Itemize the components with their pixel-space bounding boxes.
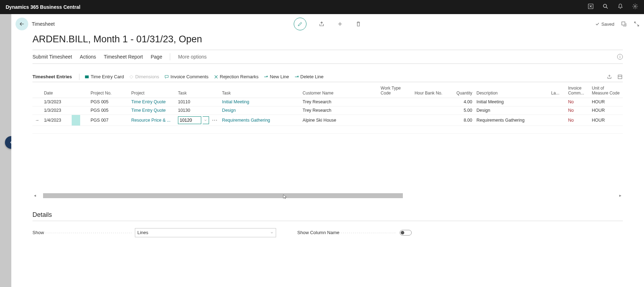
col-la[interactable]: La... <box>549 82 566 98</box>
section-label: Timesheet Entries <box>32 74 72 79</box>
show-select[interactable]: Lines <box>135 228 276 237</box>
new-icon[interactable] <box>337 21 343 27</box>
col-work-type[interactable]: Work Type Code <box>378 82 412 98</box>
collapse-icon[interactable] <box>633 21 640 27</box>
scroll-left-icon[interactable]: ◄ <box>32 193 37 198</box>
cell-project[interactable]: Time Entry Quote <box>129 106 176 115</box>
label: Invoice Comments <box>171 74 209 79</box>
show-column-name-field: Show Column Name <box>297 230 412 236</box>
excel-icon[interactable] <box>588 3 594 11</box>
menu-actions[interactable]: Actions <box>80 54 96 60</box>
menu-more-options[interactable]: More options <box>178 54 207 60</box>
table-row-active[interactable]: → 1/4/2023 PGS 007 Resource Price & ... … <box>32 115 623 126</box>
invoice-comments-button[interactable]: Invoice Comments <box>164 74 209 79</box>
table-row[interactable]: 1/3/2023 PGS 005 Time Entry Quote 10130 … <box>32 106 623 115</box>
info-icon[interactable]: i <box>617 54 623 60</box>
cell-inv[interactable]: No <box>566 98 590 106</box>
cell-project[interactable]: Resource Price & ... <box>129 115 176 126</box>
expand-grid-icon[interactable] <box>617 74 623 80</box>
gear-icon[interactable] <box>632 3 638 11</box>
cell-project-no[interactable]: PGS 005 <box>89 106 129 115</box>
horizontal-scrollbar[interactable]: ◄ ► <box>32 193 623 199</box>
app-title: Dynamics 365 Business Central <box>6 4 80 10</box>
share-icon[interactable] <box>318 21 325 27</box>
cell-project-no[interactable]: PGS 005 <box>89 98 129 106</box>
menu-page[interactable]: Page <box>151 54 162 60</box>
col-hour-bank[interactable]: Hour Bank No. <box>412 82 448 98</box>
col-description[interactable]: Description <box>475 82 549 98</box>
cell-uom[interactable]: HOUR <box>590 98 623 106</box>
bell-icon[interactable] <box>617 3 624 11</box>
cell-qty[interactable]: 8.00 <box>448 115 474 126</box>
delete-icon[interactable] <box>355 21 362 27</box>
cell-uom[interactable]: HOUR <box>590 106 623 115</box>
cell-desc[interactable]: Initial Meeting <box>475 98 549 106</box>
cell-desc[interactable]: Requirements Gathering <box>475 115 549 126</box>
scroll-thumb[interactable] <box>43 193 403 198</box>
section-toolbar: Timesheet Entries Time Entry Card Dimens… <box>32 72 623 82</box>
breadcrumb[interactable]: Timesheet <box>32 21 55 27</box>
col-uom[interactable]: Unit of Measure Code <box>590 82 623 98</box>
col-customer[interactable]: Customer Name <box>300 82 378 98</box>
show-column-name-toggle[interactable] <box>400 230 412 236</box>
table-row-empty[interactable] <box>32 126 623 133</box>
time-entry-card-button[interactable]: Time Entry Card <box>84 74 124 79</box>
cell-date[interactable]: 1/4/2023 <box>42 115 71 126</box>
delete-line-button[interactable]: Delete Line <box>294 74 324 79</box>
col-project[interactable]: Project <box>129 82 176 98</box>
show-col-label: Show Column Name <box>297 230 396 235</box>
task-input[interactable] <box>178 116 201 124</box>
cell-task-no[interactable]: 10130 <box>176 106 220 115</box>
cell-uom[interactable]: HOUR <box>590 115 623 126</box>
show-value: Lines <box>137 230 148 235</box>
svg-line-2 <box>606 7 608 8</box>
svg-rect-10 <box>85 75 89 78</box>
divider <box>79 74 79 80</box>
left-strip <box>0 14 11 287</box>
dimensions-button: Dimensions <box>129 74 159 79</box>
new-line-button[interactable]: New Line <box>263 74 289 79</box>
back-button[interactable] <box>16 18 28 30</box>
more-icon[interactable]: ⋯ <box>210 117 218 123</box>
menu-submit-timesheet[interactable]: Submit Timesheet <box>32 54 72 60</box>
label: New Line <box>270 74 289 79</box>
cell-inv[interactable]: No <box>566 115 590 126</box>
details-section: Details Show Lines Show Column Name <box>32 211 623 237</box>
cell-date[interactable]: 1/3/2023 <box>42 106 71 115</box>
active-marker <box>72 115 80 126</box>
chevron-down-icon[interactable] <box>203 116 209 124</box>
col-project-no[interactable]: Project No. <box>89 82 129 98</box>
col-task[interactable]: Task <box>220 82 300 98</box>
cell-date[interactable]: 1/3/2023 <box>42 98 71 106</box>
menu-timesheet-report[interactable]: Timesheet Report <box>104 54 143 60</box>
svg-point-1 <box>603 4 607 7</box>
share-grid-icon[interactable] <box>607 74 612 80</box>
popout-icon[interactable] <box>621 21 627 27</box>
cell-task-no[interactable]: 10110 <box>176 98 220 106</box>
cell-qty[interactable]: 4.00 <box>448 98 474 106</box>
svg-line-8 <box>634 22 636 24</box>
cell-desc[interactable]: Design <box>475 106 549 115</box>
app-topbar: Dynamics 365 Business Central <box>0 0 644 14</box>
cell-project[interactable]: Time Entry Quote <box>129 98 176 106</box>
cell-customer[interactable]: Trey Research <box>300 98 378 106</box>
rejection-remarks-button[interactable]: Rejection Remarks <box>214 74 259 79</box>
cell-customer[interactable]: Alpine Ski House <box>300 115 378 126</box>
cell-task-no-editing[interactable]: ⋯ <box>176 115 220 126</box>
search-icon[interactable] <box>602 3 609 11</box>
col-task-no[interactable]: Task <box>176 82 220 98</box>
edit-button[interactable] <box>294 18 306 30</box>
col-date[interactable]: Date <box>42 82 71 98</box>
cell-task[interactable]: Requirements Gathering <box>220 115 300 126</box>
scroll-right-icon[interactable]: ► <box>618 193 623 198</box>
cell-inv[interactable]: No <box>566 106 590 115</box>
cell-customer[interactable]: Trey Research <box>300 106 378 115</box>
cell-task[interactable]: Initial Meeting <box>220 98 300 106</box>
row-indicator-icon: → <box>32 115 42 126</box>
cell-qty[interactable]: 5.00 <box>448 106 474 115</box>
table-row[interactable]: 1/3/2023 PGS 005 Time Entry Quote 10110 … <box>32 98 623 106</box>
col-quantity[interactable]: Quantity <box>448 82 474 98</box>
cell-task[interactable]: Design <box>220 106 300 115</box>
col-invoice-comm[interactable]: Invoice Comm... <box>566 82 590 98</box>
cell-project-no[interactable]: PGS 007 <box>89 115 129 126</box>
